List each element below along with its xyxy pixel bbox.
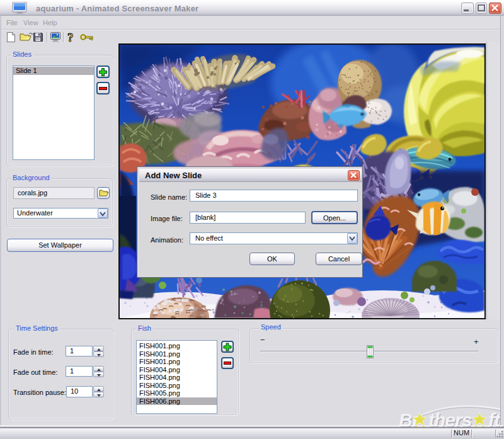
- svg-text:?: ?: [67, 31, 74, 43]
